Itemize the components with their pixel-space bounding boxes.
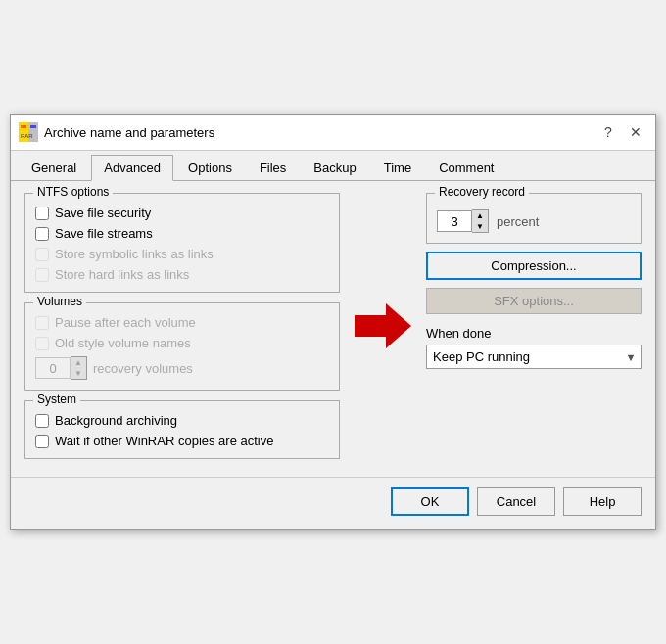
recovery-record-spinner[interactable]: ▲ ▼: [437, 209, 489, 233]
when-done-select[interactable]: Keep PC running Sleep Hibernate Shut dow…: [426, 345, 642, 369]
app-icon: RAR: [19, 122, 38, 142]
arrow-container: [354, 193, 412, 459]
tab-bar: General Advanced Options Files Backup Ti…: [11, 151, 655, 181]
ntfs-group-title: NTFS options: [33, 185, 113, 199]
recovery-volumes-row: ▲ ▼ recovery volumes: [35, 356, 329, 380]
background-archiving-row[interactable]: Background archiving: [35, 413, 329, 428]
main-row: NTFS options Save file security Save fil…: [24, 193, 642, 459]
title-bar: RAR Archive name and parameters ? ✕: [11, 115, 655, 151]
system-group: System Background archiving Wait if othe…: [24, 400, 340, 459]
pause-after-each-volume-checkbox: [35, 316, 49, 330]
store-symbolic-links-row: Store symbolic links as links: [35, 247, 329, 261]
volumes-group-title: Volumes: [33, 295, 86, 308]
wait-if-other-winrar-checkbox[interactable]: [35, 435, 49, 448]
ntfs-group-content: Save file security Save file streams Sto…: [35, 206, 329, 282]
when-done-section: When done Keep PC running Sleep Hibernat…: [426, 326, 642, 369]
tab-comment[interactable]: Comment: [426, 155, 506, 180]
close-button[interactable]: ✕: [624, 120, 647, 144]
tab-advanced[interactable]: Advanced: [91, 155, 173, 181]
title-buttons: ? ✕: [596, 120, 647, 144]
compression-button[interactable]: Compression...: [426, 252, 642, 280]
store-hard-links-row: Store hard links as links: [35, 267, 329, 282]
recovery-record-group: Recovery record ▲ ▼ percent: [426, 193, 642, 244]
red-arrow-icon: [355, 301, 411, 350]
svg-rect-3: [30, 125, 36, 128]
title-bar-left: RAR Archive name and parameters: [19, 122, 214, 142]
help-title-button[interactable]: ?: [596, 120, 620, 144]
old-style-volume-names-label: Old style volume names: [55, 336, 191, 350]
pause-after-each-volume-row: Pause after each volume: [35, 315, 329, 330]
volumes-group-content: Pause after each volume Old style volume…: [35, 315, 329, 380]
system-group-title: System: [33, 392, 80, 406]
main-window: RAR Archive name and parameters ? ✕ Gene…: [10, 114, 656, 530]
ok-button[interactable]: OK: [391, 487, 469, 516]
cancel-button[interactable]: Cancel: [477, 487, 555, 516]
svg-rect-2: [21, 125, 26, 128]
background-archiving-checkbox[interactable]: [35, 414, 49, 428]
svg-text:RAR: RAR: [21, 133, 33, 139]
tab-time[interactable]: Time: [371, 155, 424, 180]
recovery-record-input[interactable]: [437, 210, 472, 232]
recovery-volumes-input: [35, 357, 71, 379]
tab-general[interactable]: General: [19, 155, 89, 180]
save-file-security-checkbox[interactable]: [35, 207, 49, 220]
recovery-record-title: Recovery record: [435, 185, 529, 199]
old-style-volume-names-row: Old style volume names: [35, 336, 329, 350]
save-file-streams-label: Save file streams: [55, 226, 153, 241]
tab-backup[interactable]: Backup: [301, 155, 368, 180]
svg-marker-5: [355, 303, 411, 348]
left-column: NTFS options Save file security Save fil…: [24, 193, 340, 459]
save-file-streams-checkbox[interactable]: [35, 227, 49, 241]
bottom-bar: OK Cancel Help: [11, 477, 655, 529]
ntfs-options-group: NTFS options Save file security Save fil…: [24, 193, 340, 293]
store-hard-links-checkbox: [35, 268, 49, 282]
store-hard-links-label: Store hard links as links: [55, 267, 189, 282]
system-group-content: Background archiving Wait if other WinRA…: [35, 413, 329, 448]
store-symbolic-links-label: Store symbolic links as links: [55, 247, 214, 261]
pause-after-each-volume-label: Pause after each volume: [55, 315, 196, 330]
background-archiving-label: Background archiving: [55, 413, 177, 428]
recovery-volumes-spinner: ▲ ▼: [35, 356, 87, 380]
recovery-volumes-spinner-buttons: ▲ ▼: [71, 356, 87, 380]
tab-options[interactable]: Options: [175, 155, 245, 180]
recovery-record-row: ▲ ▼ percent: [437, 209, 631, 233]
tab-files[interactable]: Files: [247, 155, 299, 180]
recovery-volumes-down-btn: ▼: [71, 368, 86, 379]
old-style-volume-names-checkbox: [35, 337, 49, 350]
sfx-options-button: SFX options...: [426, 288, 642, 314]
window-title: Archive name and parameters: [44, 125, 214, 140]
right-column: Recovery record ▲ ▼ percent Compress: [426, 193, 642, 459]
wait-if-other-winrar-label: Wait if other WinRAR copies are active: [55, 434, 273, 448]
when-done-label: When done: [426, 326, 642, 341]
save-file-security-label: Save file security: [55, 206, 151, 220]
recovery-volumes-up-btn: ▲: [71, 357, 86, 368]
store-symbolic-links-checkbox: [35, 248, 49, 261]
wait-if-other-winrar-row[interactable]: Wait if other WinRAR copies are active: [35, 434, 329, 448]
save-file-security-row[interactable]: Save file security: [35, 206, 329, 220]
save-file-streams-row[interactable]: Save file streams: [35, 226, 329, 241]
help-button[interactable]: Help: [563, 487, 642, 516]
recovery-record-down-btn[interactable]: ▼: [472, 221, 488, 232]
recovery-record-unit: percent: [497, 214, 539, 229]
volumes-group: Volumes Pause after each volume Old styl…: [24, 302, 340, 391]
recovery-record-spinner-buttons: ▲ ▼: [472, 209, 489, 233]
recovery-volumes-label: recovery volumes: [93, 361, 193, 376]
when-done-select-wrapper[interactable]: Keep PC running Sleep Hibernate Shut dow…: [426, 345, 642, 369]
content-area: NTFS options Save file security Save fil…: [11, 181, 655, 471]
recovery-record-up-btn[interactable]: ▲: [472, 210, 488, 221]
